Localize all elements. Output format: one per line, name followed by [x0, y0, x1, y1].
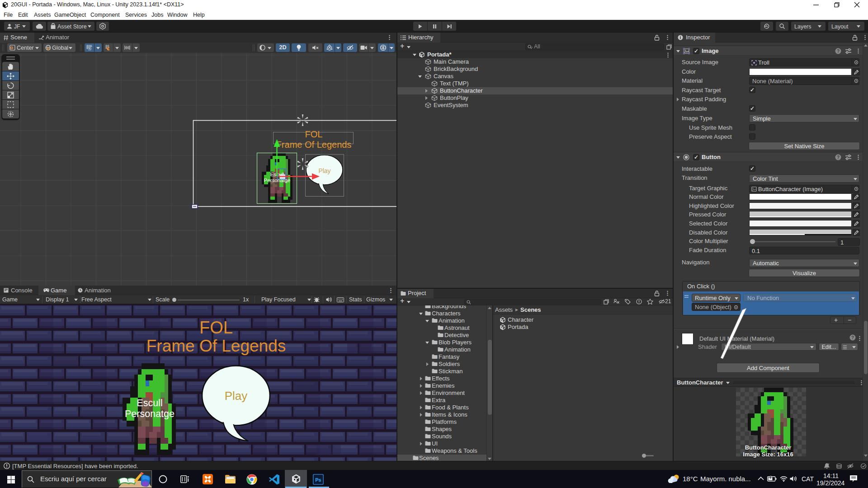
svg-text:Y: Y — [90, 48, 92, 51]
svg-text:?: ? — [851, 335, 854, 340]
svg-text:FOL: FOL — [199, 318, 233, 337]
svg-text:Frame Of Legends: Frame Of Legends — [146, 337, 286, 355]
svg-text:Ps: Ps — [315, 477, 321, 483]
svg-text:Play: Play — [318, 167, 330, 174]
svg-text:FOL: FOL — [305, 129, 323, 139]
svg-text:Play: Play — [225, 389, 248, 403]
svg-text:Escull: Escull — [137, 398, 162, 408]
svg-text:Frame Of Legends: Frame Of Legends — [276, 140, 352, 150]
svg-text:Personatge: Personatge — [125, 408, 175, 419]
svg-text:?: ? — [837, 155, 840, 160]
svg-text:?: ? — [837, 49, 840, 54]
